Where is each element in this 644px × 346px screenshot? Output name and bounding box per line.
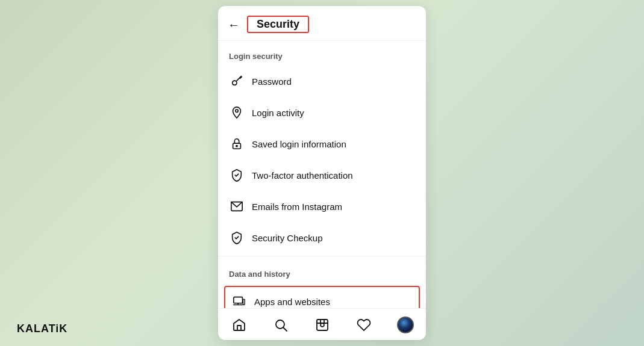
- section-header-data: Data and history: [218, 259, 426, 283]
- svg-rect-11: [317, 320, 328, 330]
- svg-point-12: [320, 323, 324, 327]
- menu-item-saved-login[interactable]: Saved login information: [218, 128, 426, 159]
- nav-search[interactable]: [269, 315, 293, 335]
- nav-reels[interactable]: [310, 315, 334, 335]
- location-icon: [229, 105, 245, 120]
- avatar: [397, 317, 414, 333]
- phone-container: ← Security Login security Password: [218, 6, 426, 340]
- back-button[interactable]: ←: [228, 19, 240, 31]
- lock-icon: [229, 136, 245, 152]
- saved-login-label: Saved login information: [252, 139, 346, 149]
- header: ← Security: [218, 6, 426, 41]
- svg-line-10: [283, 328, 287, 332]
- login-activity-label: Login activity: [252, 108, 304, 118]
- emails-label: Emails from Instagram: [252, 202, 342, 212]
- two-factor-label: Two-factor authentication: [252, 170, 353, 181]
- svg-point-3: [236, 146, 237, 147]
- nav-home[interactable]: [227, 315, 251, 335]
- content-area: Login security Password Login a: [218, 41, 426, 308]
- menu-item-security-checkup[interactable]: Security Checkup: [218, 222, 426, 253]
- shield-tick-icon: [229, 230, 245, 246]
- svg-rect-8: [243, 299, 245, 304]
- key-icon: [229, 73, 245, 89]
- brand-label: KALATiK: [17, 323, 67, 335]
- section-header-login: Login security: [218, 41, 426, 66]
- menu-item-apps-websites[interactable]: Apps and websites: [224, 286, 420, 308]
- svg-point-1: [236, 110, 239, 113]
- menu-item-login-activity[interactable]: Login activity: [218, 97, 426, 128]
- page-title: Security: [247, 16, 309, 33]
- section-divider: [218, 256, 426, 256]
- menu-item-password[interactable]: Password: [218, 66, 426, 97]
- apps-websites-label: Apps and websites: [254, 297, 330, 307]
- nav-profile[interactable]: [393, 315, 417, 335]
- shield-check-icon: [229, 167, 245, 183]
- menu-item-two-factor[interactable]: Two-factor authentication: [218, 159, 426, 191]
- svg-rect-5: [234, 297, 243, 303]
- bottom-nav: [218, 308, 426, 340]
- svg-point-0: [233, 81, 237, 85]
- password-label: Password: [252, 76, 292, 87]
- email-icon: [229, 199, 245, 214]
- monitor-icon: [231, 294, 247, 308]
- security-checkup-label: Security Checkup: [252, 233, 323, 243]
- nav-heart[interactable]: [352, 315, 376, 335]
- menu-item-emails[interactable]: Emails from Instagram: [218, 191, 426, 222]
